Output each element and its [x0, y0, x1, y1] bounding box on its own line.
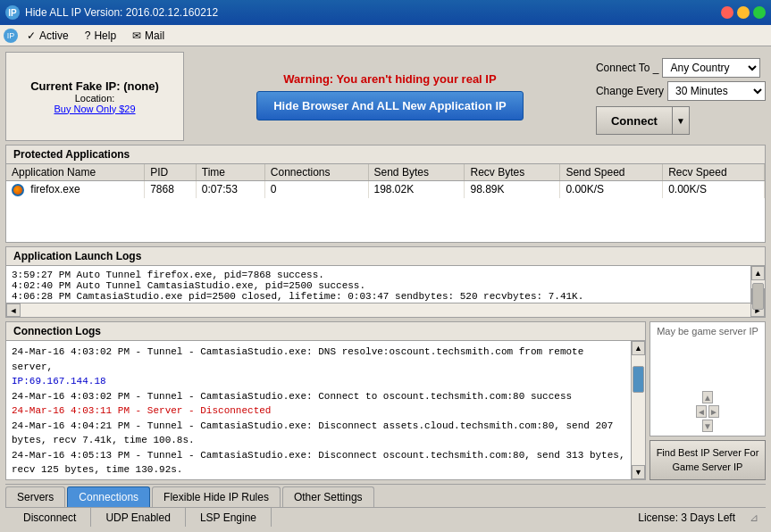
app-log-hscroll[interactable]: ◄ ► — [6, 303, 765, 317]
main-content: Current Fake IP: (none) Location: Buy No… — [0, 46, 771, 532]
send-bytes-cell: 198.02K — [368, 181, 465, 198]
col-recv-speed: Recv Speed — [663, 164, 765, 181]
scroll-up-btn[interactable]: ▲ — [751, 266, 765, 280]
conn-log-content: 24-Mar-16 4:03:02 PM - Tunnel - Camtasia… — [6, 341, 645, 479]
location-label: Location: — [75, 93, 115, 104]
scroll-left-btn[interactable]: ◄ — [6, 303, 21, 317]
menu-item-help[interactable]: ? Help — [78, 28, 123, 44]
app-log-vscroll[interactable]: ▲ ▼ — [750, 266, 765, 303]
resize-grip[interactable]: ⊿ — [750, 511, 762, 524]
game-server-hscroll-row: ◄ ► — [696, 405, 719, 418]
center-panel: Warning: You aren't hiding your real IP … — [189, 52, 591, 141]
connection-logs-panel: Connection Logs 24-Mar-16 4:03:02 PM - T… — [5, 321, 646, 480]
scroll-track[interactable] — [751, 280, 765, 288]
mail-icon: ✉ — [132, 29, 141, 42]
dropdown-arrow-icon: ▼ — [676, 116, 685, 126]
window-controls — [721, 6, 766, 19]
interval-select[interactable]: 30 Minutes 10 Minutes 1 Hour Never — [667, 81, 766, 101]
col-send-bytes: Send Bytes — [368, 164, 465, 181]
connect-to-label: Connect To _ — [596, 62, 659, 74]
app-launch-logs-panel: Application Launch Logs 3:59:27 PM Auto … — [5, 246, 766, 318]
menu-bar: IP ✓ Active ? Help ✉ Mail — [0, 25, 771, 46]
send-speed-cell: 0.00K/S — [560, 181, 663, 198]
menu-item-active[interactable]: ✓ Active — [20, 28, 76, 44]
firefox-icon — [12, 184, 24, 196]
game-server-scroll-right[interactable]: ► — [708, 405, 719, 418]
change-every-row: Change Every 30 Minutes 10 Minutes 1 Hou… — [596, 81, 766, 101]
app-log-content: 3:59:27 PM Auto Tunnel firefox.exe, pid=… — [6, 266, 765, 303]
status-udp[interactable]: UDP Enabled — [91, 508, 186, 527]
tab-flexible-hide[interactable]: Flexible Hide IP Rules — [152, 486, 281, 507]
status-disconnect[interactable]: Disconnect — [9, 508, 91, 527]
tab-connections[interactable]: Connections — [67, 486, 150, 507]
app-log-text: 3:59:27 PM Auto Tunnel firefox.exe, pid=… — [6, 266, 750, 303]
conn-log-line-1: IP:69.167.144.18 — [12, 374, 625, 389]
table-row: firefox.exe 7868 0:07:53 0 198.02K 98.89… — [6, 181, 765, 198]
hscroll-track[interactable] — [21, 303, 750, 317]
col-app-name: Application Name — [6, 164, 145, 181]
game-server-scroll-up[interactable]: ▲ — [702, 391, 713, 403]
status-lsp[interactable]: LSP Engine — [186, 508, 272, 527]
connection-section: Connection Logs 24-Mar-16 4:03:02 PM - T… — [5, 321, 766, 480]
conn-log-line-5: 24-Mar-16 4:05:13 PM - Tunnel - Camtasia… — [12, 448, 625, 478]
conn-log-text: 24-Mar-16 4:03:02 PM - Tunnel - Camtasia… — [6, 341, 631, 479]
protected-apps-panel: Protected Applications Application Name … — [5, 145, 766, 243]
protected-apps-title: Protected Applications — [6, 145, 765, 164]
game-server-scroll-down[interactable]: ▼ — [702, 420, 713, 432]
connect-row: Connect To _ Any Country US UK Germany F… — [596, 58, 766, 78]
menu-item-mail[interactable]: ✉ Mail — [125, 28, 172, 44]
conn-scroll-track[interactable] — [632, 355, 645, 465]
tab-other-settings[interactable]: Other Settings — [282, 486, 374, 507]
time-cell: 0:07:53 — [196, 181, 264, 198]
connections-cell: 0 — [264, 181, 368, 198]
title-bar: IP Hide ALL IP Version: 2016.02.12.16021… — [0, 0, 771, 25]
hide-button[interactable]: Hide Browser And ALL New Application IP — [256, 91, 524, 121]
scroll-thumb[interactable] — [752, 283, 764, 310]
close-button[interactable] — [721, 6, 733, 19]
app-menu-icon: IP — [4, 29, 18, 43]
status-bar: Disconnect UDP Enabled LSP Engine Licens… — [5, 507, 766, 527]
conn-log-vscroll[interactable]: ▲ ▼ — [631, 341, 645, 479]
conn-scroll-up-btn[interactable]: ▲ — [632, 341, 645, 355]
conn-scroll-down-btn[interactable]: ▼ — [632, 465, 645, 479]
find-best-ip-button[interactable]: Find Best IP Server For Game Server IP — [649, 440, 766, 480]
buy-link[interactable]: Buy Now Only $29 — [54, 104, 135, 114]
conn-log-line-3: 24-Mar-16 4:03:11 PM - Server - Disconne… — [12, 403, 625, 419]
app-name-cell: firefox.exe — [6, 181, 145, 198]
recv-speed-cell: 0.00K/S — [663, 181, 765, 198]
top-section: Current Fake IP: (none) Location: Buy No… — [5, 52, 766, 141]
apps-table: Application Name PID Time Connections Se… — [6, 164, 765, 198]
tab-servers[interactable]: Servers — [5, 486, 65, 507]
game-server-scroll-area: ▲ ◄ ► ▼ — [696, 391, 719, 432]
col-recv-bytes: Recv Bytes — [465, 164, 560, 181]
right-panel: Connect To _ Any Country US UK Germany F… — [596, 52, 766, 141]
country-select[interactable]: Any Country US UK Germany France — [662, 58, 760, 78]
connection-logs-title: Connection Logs — [6, 322, 645, 341]
fake-ip-title: Current Fake IP: (none) — [30, 79, 159, 93]
status-license: License: 3 Days Left — [624, 508, 750, 527]
bottom-area: Servers Connections Flexible Hide IP Rul… — [5, 484, 766, 527]
game-server-scroll-left[interactable]: ◄ — [696, 405, 707, 418]
change-every-label: Change Every — [596, 85, 664, 97]
right-side-panel: May be game server IP ▲ ◄ ► ▼ Find Best … — [649, 321, 766, 480]
minimize-button[interactable] — [737, 6, 750, 19]
conn-scroll-thumb[interactable] — [633, 366, 644, 393]
game-server-label: May be game server IP — [657, 326, 758, 337]
pid-cell: 7868 — [145, 181, 197, 198]
connect-button[interactable]: Connect — [596, 106, 672, 135]
col-send-speed: Send Speed — [560, 164, 663, 181]
tabs-area: Servers Connections Flexible Hide IP Rul… — [5, 484, 766, 507]
app-launch-logs-title: Application Launch Logs — [6, 247, 765, 266]
conn-log-line-2: 24-Mar-16 4:03:02 PM - Tunnel - Camtasia… — [12, 389, 625, 404]
warning-text: Warning: You aren't hiding your real IP — [283, 72, 496, 86]
connect-button-group: Connect ▼ — [596, 106, 766, 135]
connect-dropdown-button[interactable]: ▼ — [672, 106, 690, 135]
col-pid: PID — [145, 164, 197, 181]
conn-log-line-0: 24-Mar-16 4:03:02 PM - Tunnel - Camtasia… — [12, 345, 625, 374]
game-server-box: May be game server IP ▲ ◄ ► ▼ — [649, 321, 766, 436]
col-connections: Connections — [264, 164, 368, 181]
ip-panel: Current Fake IP: (none) Location: Buy No… — [5, 52, 184, 141]
title-bar-text: Hide ALL IP Version: 2016.02.12.160212 — [25, 6, 716, 19]
maximize-button[interactable] — [753, 6, 766, 19]
active-icon: ✓ — [27, 29, 36, 42]
